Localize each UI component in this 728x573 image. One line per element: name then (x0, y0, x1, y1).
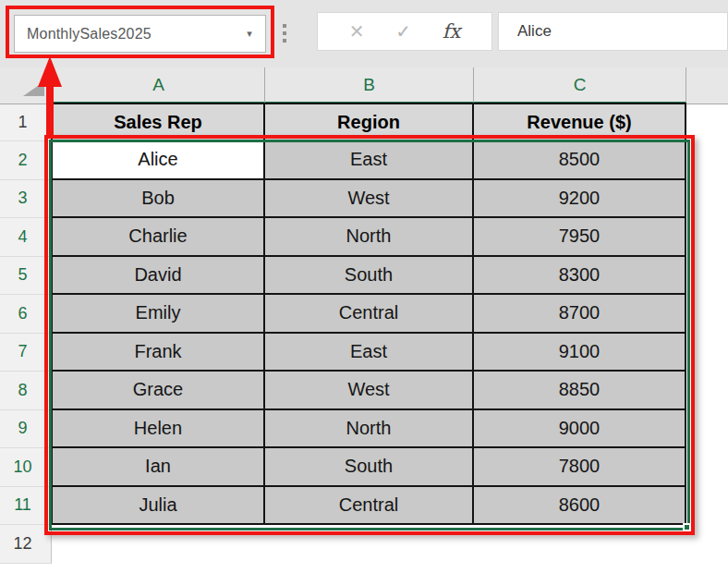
cell-B4[interactable]: North (265, 218, 474, 257)
red-arrow-head-icon (38, 56, 62, 87)
cell-B9[interactable]: North (265, 410, 474, 449)
cell-A3[interactable]: Bob (53, 180, 265, 219)
cell-C7[interactable]: 9100 (474, 334, 686, 372)
cell-A1[interactable]: Sales Rep (53, 104, 265, 141)
row-header-7[interactable]: 7 (0, 334, 52, 372)
red-annotation-namebox: MonthlySales2025 ▾ (6, 6, 274, 58)
row-header-3[interactable]: 3 (0, 180, 52, 219)
formula-buttons: ✕ ✓ fx (317, 12, 492, 51)
formula-bar-row: MonthlySales2025 ▾ ✕ ✓ fx Alice (0, 0, 728, 67)
enter-icon[interactable]: ✓ (395, 20, 411, 43)
cell-A4[interactable]: Charlie (53, 218, 265, 257)
column-header-B[interactable]: B (265, 67, 474, 104)
cell-C9[interactable]: 9000 (474, 410, 686, 449)
row-header-12[interactable]: 12 (0, 525, 52, 564)
cell-B7[interactable]: East (265, 334, 474, 372)
cell-C5[interactable]: 8300 (474, 257, 686, 296)
row-header-6[interactable]: 6 (0, 295, 52, 334)
cell-A11[interactable]: Julia (53, 487, 265, 526)
column-header-partial[interactable] (686, 67, 728, 104)
cell-B11[interactable]: Central (265, 487, 474, 526)
name-box-dropdown-icon[interactable]: ▾ (234, 28, 265, 40)
cell-B1[interactable]: Region (265, 104, 474, 141)
cell-B5[interactable]: South (265, 257, 474, 296)
cell-C11[interactable]: 8600 (474, 487, 686, 526)
cell-C2[interactable]: 8500 (474, 141, 686, 180)
column-header-A[interactable]: A (53, 67, 265, 104)
column-header-C[interactable]: C (474, 67, 686, 104)
cell-B8[interactable]: West (265, 372, 474, 410)
cell-A5[interactable]: David (53, 257, 265, 296)
cell-B6[interactable]: Central (265, 295, 474, 334)
row-header-strip: 1 2 3 4 5 6 7 8 9 10 11 12 (0, 104, 52, 564)
row-header-11[interactable]: 11 (0, 487, 52, 526)
cell-C3[interactable]: 9200 (474, 180, 686, 219)
row-header-5[interactable]: 5 (0, 257, 52, 296)
cell-A2[interactable]: Alice (53, 141, 265, 180)
cell-C8[interactable]: 8850 (474, 372, 686, 410)
cell-A6[interactable]: Emily (53, 295, 265, 334)
formula-bar-input[interactable]: Alice (498, 12, 728, 51)
formula-bar-value: Alice (517, 22, 552, 41)
cell-C6[interactable]: 8700 (474, 295, 686, 334)
cell-A10[interactable]: Ian (53, 448, 265, 487)
cell-B2[interactable]: East (265, 141, 474, 180)
cell-C10[interactable]: 7800 (474, 448, 686, 487)
cell-C4[interactable]: 7950 (474, 218, 686, 257)
cell-A7[interactable]: Frank (53, 334, 265, 372)
insert-function-icon[interactable]: fx (443, 20, 461, 43)
row-header-1[interactable]: 1 (0, 104, 52, 141)
name-box[interactable]: MonthlySales2025 ▾ (14, 15, 266, 53)
row-header-10[interactable]: 10 (0, 448, 52, 487)
row-header-9[interactable]: 9 (0, 410, 52, 449)
name-box-value[interactable]: MonthlySales2025 (15, 26, 234, 43)
row-header-2[interactable]: 2 (0, 141, 52, 180)
row-header-4[interactable]: 4 (0, 218, 52, 257)
fill-handle[interactable] (683, 523, 691, 531)
data-table: Sales Rep Region Revenue ($) Alice East … (51, 103, 686, 525)
column-header-strip: A B C (0, 67, 728, 104)
cell-B3[interactable]: West (265, 180, 474, 219)
red-arrow-line (46, 86, 54, 139)
separator-grip-icon (283, 24, 286, 43)
row-header-8[interactable]: 8 (0, 372, 52, 410)
cell-A8[interactable]: Grace (53, 372, 265, 410)
cancel-icon[interactable]: ✕ (349, 20, 365, 43)
cell-C1[interactable]: Revenue ($) (474, 104, 686, 141)
cell-A9[interactable]: Helen (53, 410, 265, 449)
cell-B10[interactable]: South (265, 448, 474, 487)
